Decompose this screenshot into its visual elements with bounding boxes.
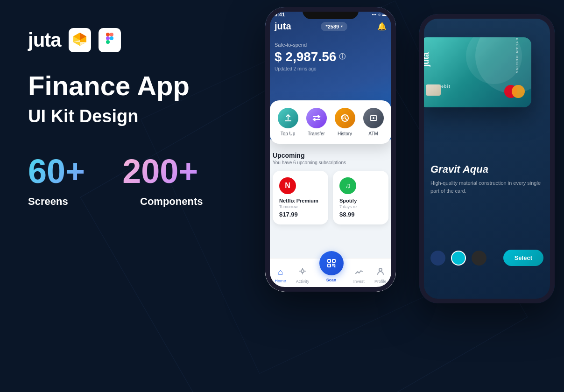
spotify-name: Spotify xyxy=(339,198,382,203)
gravit-desc: High-quality material construction in ev… xyxy=(430,179,543,195)
left-panel: juta F xyxy=(28,28,252,208)
nav-scan[interactable]: Scan xyxy=(319,263,344,282)
phone-back: DYLAN ROBINS juta elite debit Gravit Aqu… xyxy=(419,14,555,303)
svg-point-15 xyxy=(373,117,374,119)
transfer-label: Transfer xyxy=(308,131,325,136)
card-display: DYLAN ROBINS juta elite debit xyxy=(419,28,555,159)
action-atm[interactable]: ATM xyxy=(363,108,384,136)
wifi-icon: ⌾ xyxy=(378,12,381,17)
quick-actions: Top Up Transfer xyxy=(270,100,391,144)
card-holder-name: DYLAN ROBINS xyxy=(515,38,519,74)
mastercard-logo xyxy=(504,85,525,98)
screens-label: Screens xyxy=(28,196,103,208)
svg-rect-17 xyxy=(328,259,331,262)
profile-label: Profile xyxy=(374,279,387,284)
topup-label: Top Up xyxy=(281,131,296,136)
profile-icon xyxy=(376,267,385,278)
topup-icon xyxy=(278,108,298,128)
bottom-nav: ⌂ Home Activity xyxy=(265,258,396,292)
color-option-teal[interactable] xyxy=(451,251,466,266)
svg-rect-11 xyxy=(106,40,110,44)
netflix-date: Tomorrow xyxy=(279,204,322,209)
bell-icon[interactable]: 🔔 xyxy=(377,22,387,31)
scan-label: Scan xyxy=(326,278,337,282)
card-chip xyxy=(426,84,441,96)
figma-icon xyxy=(99,28,121,52)
info-icon: ⓘ xyxy=(339,53,345,61)
sub-title: UI Kit Design xyxy=(28,106,252,126)
brand-name: juta xyxy=(28,29,61,51)
netflix-price: $17.99 xyxy=(279,211,322,218)
spotify-date: 7 days re xyxy=(339,204,382,209)
components-count: 200+ xyxy=(122,154,198,188)
svg-rect-8 xyxy=(106,33,110,36)
activity-label: Activity xyxy=(296,279,310,284)
upcoming-title: Upcoming xyxy=(273,152,388,159)
battery-icon: ▬ xyxy=(382,12,387,17)
nav-profile[interactable]: Profile xyxy=(374,267,387,284)
card-options: Select xyxy=(430,250,543,266)
activity-icon xyxy=(298,267,307,278)
action-history[interactable]: History xyxy=(335,108,355,136)
screens-stat: 60+ xyxy=(28,154,85,188)
scan-button[interactable] xyxy=(319,251,344,275)
gravit-title: Gravit Aqua xyxy=(430,163,488,175)
phones-container: DYLAN ROBINS juta elite debit Gravit Aqu… xyxy=(237,0,564,392)
svg-rect-19 xyxy=(328,264,331,267)
account-selector[interactable]: *2589 ▾ xyxy=(321,22,347,31)
phone-front: 9:41 ▪▪▪ ⌾ ▬ juta *2589 ▾ 🔔 Safe-to-spen… xyxy=(265,7,396,292)
svg-rect-18 xyxy=(332,259,335,262)
history-icon xyxy=(335,108,355,128)
invest-label: Invest xyxy=(353,279,365,284)
brand-row: juta xyxy=(28,28,252,52)
invest-icon xyxy=(355,267,363,278)
nav-invest[interactable]: Invest xyxy=(353,267,365,284)
signal-icon: ▪▪▪ xyxy=(372,12,376,17)
spotify-card[interactable]: ♫ Spotify 7 days re $8.99 xyxy=(333,171,388,224)
phone-notch xyxy=(303,7,359,19)
balance-amount: $ 2,987.56 ⓘ xyxy=(275,49,345,64)
components-label: Components xyxy=(140,196,215,208)
select-button[interactable]: Select xyxy=(503,250,543,266)
atm-label: ATM xyxy=(368,131,378,136)
atm-icon xyxy=(363,108,384,128)
status-icons: ▪▪▪ ⌾ ▬ xyxy=(372,12,387,17)
svg-point-20 xyxy=(379,268,382,271)
nav-activity[interactable]: Activity xyxy=(296,267,310,284)
sketch-icon xyxy=(69,28,91,52)
balance-section: Safe-to-spend $ 2,987.56 ⓘ Updated 2 min… xyxy=(275,42,345,71)
svg-rect-9 xyxy=(110,33,113,36)
components-stat: 200+ xyxy=(122,154,198,188)
color-option-dark[interactable] xyxy=(472,251,486,266)
stats-row: 60+ 200+ xyxy=(28,154,252,188)
svg-point-16 xyxy=(301,270,304,273)
spotify-price: $8.99 xyxy=(339,211,382,218)
home-icon: ⌂ xyxy=(278,267,283,277)
action-topup[interactable]: Top Up xyxy=(278,108,298,136)
upcoming-section: Upcoming You have 6 upcoming subscriptio… xyxy=(273,152,388,224)
safe-spend-label: Safe-to-spend xyxy=(275,42,345,48)
home-label: Home xyxy=(275,279,286,283)
credit-card: DYLAN ROBINS juta elite debit xyxy=(419,37,531,107)
chevron-down-icon: ▾ xyxy=(341,24,343,28)
svg-point-12 xyxy=(110,36,113,40)
nav-home[interactable]: ⌂ Home xyxy=(275,267,286,283)
transfer-icon xyxy=(306,108,327,128)
spotify-icon: ♫ xyxy=(339,177,356,194)
status-time: 9:41 xyxy=(275,12,285,17)
stat-labels: Screens Components xyxy=(28,196,252,208)
screens-count: 60+ xyxy=(28,154,85,188)
color-option-blue[interactable] xyxy=(430,251,445,266)
action-transfer[interactable]: Transfer xyxy=(306,108,327,136)
history-label: History xyxy=(338,131,352,136)
netflix-icon: N xyxy=(279,177,296,194)
svg-rect-10 xyxy=(106,36,110,40)
account-number: *2589 xyxy=(325,24,339,29)
mc-yellow-circle xyxy=(512,85,525,98)
netflix-card[interactable]: N Netflix Premium Tomorrow $17.99 xyxy=(273,171,328,224)
main-title: Finance App xyxy=(28,71,252,101)
app-header: juta *2589 ▾ 🔔 xyxy=(275,21,387,32)
balance-updated: Updated 2 mins ago xyxy=(275,66,345,71)
card-brand: juta xyxy=(421,52,431,66)
app-logo: juta xyxy=(275,21,291,32)
